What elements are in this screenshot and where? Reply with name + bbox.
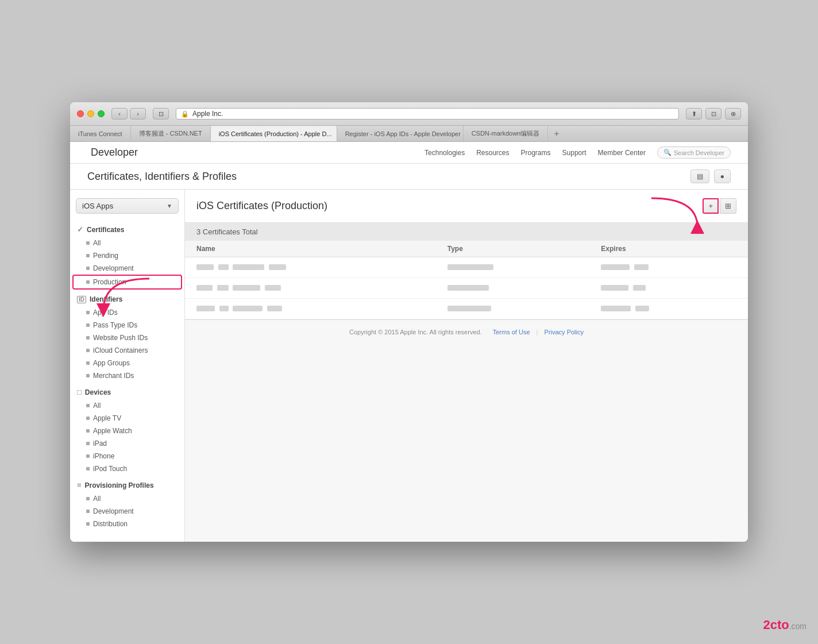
- sidebar-item-apple-tv[interactable]: Apple TV: [70, 412, 184, 425]
- placeholder: [218, 264, 229, 270]
- search-icon: 🔍: [663, 149, 672, 156]
- sidebar-item-app-groups[interactable]: App Groups: [70, 357, 184, 369]
- nav-member-center[interactable]: Member Center: [598, 149, 646, 157]
- address-bar[interactable]: 🔒 Apple Inc.: [176, 108, 679, 119]
- cell-expires-2: [589, 278, 748, 299]
- certificates-header: ✓ Certificates: [70, 222, 184, 237]
- apple-tv-label: Apple TV: [93, 414, 121, 422]
- tab-csdn-markdown[interactable]: CSDN-markdown编辑器: [464, 126, 549, 141]
- sidebar-item-devices-all[interactable]: All: [70, 399, 184, 412]
- nav-resources[interactable]: Resources: [476, 149, 509, 157]
- maximize-button[interactable]: [98, 110, 105, 117]
- tab-view-button[interactable]: ⊡: [705, 108, 721, 119]
- sidebar-item-cert-pending[interactable]: Pending: [70, 249, 184, 262]
- sidebar-item-cert-development[interactable]: Development: [70, 262, 184, 275]
- table-row[interactable]: [185, 278, 748, 299]
- table-row[interactable]: [185, 299, 748, 319]
- sidebar-item-prov-distribution[interactable]: Distribution: [70, 518, 184, 530]
- tab-ios-certificates[interactable]: iOS Certificates (Production) - Apple D.…: [211, 126, 337, 141]
- bullet-icon: [86, 374, 90, 377]
- bullet-icon: [86, 349, 90, 352]
- sidebar-item-cert-production[interactable]: Production: [72, 275, 182, 290]
- bullet-icon: [86, 280, 90, 284]
- filter-button[interactable]: ⊞: [720, 198, 736, 214]
- sidebar-item-prov-development[interactable]: Development: [70, 505, 184, 518]
- sidebar-item-merchant-ids[interactable]: Merchant IDs: [70, 369, 184, 382]
- placeholder: [447, 285, 489, 291]
- add-certificate-button[interactable]: +: [703, 198, 719, 214]
- iphone-label: iPhone: [93, 452, 114, 460]
- sidebar-item-pass-type-ids[interactable]: Pass Type IDs: [70, 319, 184, 331]
- nav-programs[interactable]: Programs: [521, 149, 551, 157]
- sidebar-item-ipod-touch[interactable]: iPod Touch: [70, 462, 184, 475]
- sidebar-item-website-push-ids[interactable]: Website Push IDs: [70, 331, 184, 344]
- window-view-button[interactable]: ⊡: [153, 108, 169, 119]
- sidebar-item-iphone[interactable]: iPhone: [70, 450, 184, 462]
- devices-header: □ Devices: [70, 385, 184, 399]
- back-button[interactable]: ‹: [111, 108, 128, 119]
- placeholder: [601, 285, 628, 291]
- brand: Developer: [87, 146, 138, 159]
- prov-development-label: Development: [93, 507, 134, 515]
- privacy-policy-link[interactable]: Privacy Policy: [545, 329, 584, 336]
- cert-pending-label: Pending: [93, 252, 118, 260]
- sidebar-item-cert-all[interactable]: All: [70, 237, 184, 249]
- sidebar-item-app-ids[interactable]: App IDs: [70, 306, 184, 319]
- bullet-icon: [86, 404, 90, 407]
- table-row[interactable]: [185, 257, 748, 278]
- search-placeholder: Search Developer: [674, 149, 724, 156]
- table-summary: 3 Certificates Total: [185, 223, 748, 241]
- cert-all-label: All: [93, 239, 101, 247]
- app-groups-label: App Groups: [93, 359, 130, 367]
- nav-technologies[interactable]: Technologies: [425, 149, 465, 157]
- sidebar-item-icloud-containers[interactable]: iCloud Containers: [70, 344, 184, 357]
- chevron-down-icon: ▼: [167, 203, 172, 209]
- cell-expires-1: [589, 257, 748, 278]
- minimize-button[interactable]: [87, 110, 94, 117]
- cell-expires-3: [589, 299, 748, 319]
- bullet-icon: [86, 323, 90, 327]
- certificate-icon: ✓: [77, 225, 83, 234]
- sidebar-section-devices: □ Devices All Apple TV Apple Watch: [70, 385, 184, 475]
- sidebar-item-apple-watch[interactable]: Apple Watch: [70, 425, 184, 437]
- bullet-icon: [86, 442, 90, 445]
- placeholder: [233, 306, 263, 311]
- identifiers-label: Identifiers: [90, 295, 122, 303]
- cell-name-2: [185, 278, 436, 299]
- watermark: 2cto.com: [763, 618, 807, 633]
- sidebar-section-provisioning: ≡ Provisioning Profiles All Development …: [70, 478, 184, 530]
- placeholder: [601, 306, 631, 311]
- ios-apps-dropdown[interactable]: iOS Apps ▼: [76, 198, 179, 214]
- header-buttons: + ⊞: [703, 198, 736, 214]
- cell-name-1: [185, 257, 436, 278]
- col-type: Type: [436, 241, 590, 257]
- tab-csdn-blog[interactable]: 博客频道 - CSDN.NET: [131, 126, 211, 141]
- apple-watch-label: Apple Watch: [93, 427, 132, 435]
- forward-button[interactable]: ›: [130, 108, 146, 119]
- placeholder: [635, 306, 649, 311]
- placeholder: [265, 285, 281, 291]
- new-tab-plus-button[interactable]: ⊕: [725, 108, 741, 119]
- sidebar-item-prov-all[interactable]: All: [70, 492, 184, 505]
- sidebar-item-ipad[interactable]: iPad: [70, 437, 184, 450]
- placeholder: [634, 264, 649, 270]
- main-layout: iOS Apps ▼ ✓ Certificates All: [70, 190, 748, 542]
- terms-of-use-link[interactable]: Terms of Use: [493, 329, 530, 336]
- breadcrumb-btn-1[interactable]: ▤: [690, 169, 709, 183]
- close-button[interactable]: [77, 110, 84, 117]
- new-tab-button[interactable]: +: [548, 126, 565, 141]
- address-text: Apple Inc.: [192, 110, 223, 118]
- devices-label: Devices: [85, 388, 111, 396]
- share-button[interactable]: ⬆: [686, 108, 702, 119]
- merchant-ids-label: Merchant IDs: [93, 372, 134, 380]
- dropdown-label: iOS Apps: [82, 202, 113, 210]
- cert-development-label: Development: [93, 264, 134, 272]
- title-bar: ‹ › ⊡ 🔒 Apple Inc. ⬆ ⊡ ⊕: [70, 102, 748, 126]
- tab-register-app-ids[interactable]: Register - iOS App IDs - Apple Developer: [337, 126, 464, 141]
- search-box[interactable]: 🔍 Search Developer: [657, 146, 731, 159]
- breadcrumb-btn-2[interactable]: ●: [714, 169, 731, 183]
- bullet-icon: [86, 267, 90, 270]
- nav-support[interactable]: Support: [562, 149, 587, 157]
- provisioning-header: ≡ Provisioning Profiles: [70, 478, 184, 492]
- tab-itunes-connect[interactable]: iTunes Connect: [70, 126, 131, 141]
